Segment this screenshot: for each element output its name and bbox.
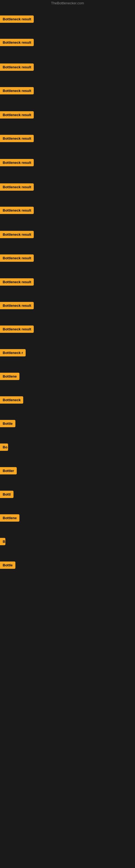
bottleneck-result-badge: Bottleneck result [0, 135, 34, 142]
bottleneck-result-badge: Bottleneck result [0, 159, 34, 166]
bottleneck-result-badge: Bottleneck result [0, 254, 34, 262]
bottleneck-result-badge: Bottleneck r [0, 349, 26, 356]
bottleneck-result-badge: Bottleneck result [0, 207, 34, 214]
bottleneck-result-badge: Bottle [0, 420, 15, 427]
bottleneck-result-badge: Bottleneck result [0, 326, 34, 333]
bottleneck-result-badge: Bottleneck result [0, 16, 34, 23]
bottleneck-result-badge: Bottl [0, 491, 13, 498]
bottleneck-result-badge: Bottleneck result [0, 302, 34, 309]
bottleneck-result-badge: Bottleneck result [0, 111, 34, 119]
bottleneck-result-badge: Bo [0, 443, 8, 451]
bottleneck-result-badge: Bottler [0, 467, 17, 474]
bottleneck-result-badge: Bottleneck result [0, 39, 34, 46]
bottleneck-result-badge: Bottleneck [0, 396, 23, 404]
bottleneck-result-badge: Bottleneck result [0, 87, 34, 94]
bottleneck-result-badge: Bottlene [0, 373, 19, 380]
bottleneck-result-badge: B [0, 538, 5, 545]
bottleneck-result-badge: Bottle [0, 561, 15, 569]
bottleneck-result-badge: Bottleneck result [0, 231, 34, 238]
bottleneck-result-badge: Bottleneck result [0, 183, 34, 191]
bottleneck-result-badge: Bottleneck result [0, 278, 34, 286]
site-title: TheBottlenecker.com [0, 0, 135, 6]
bottleneck-result-badge: Bottlene [0, 514, 19, 522]
bottleneck-result-badge: Bottleneck result [0, 63, 34, 71]
